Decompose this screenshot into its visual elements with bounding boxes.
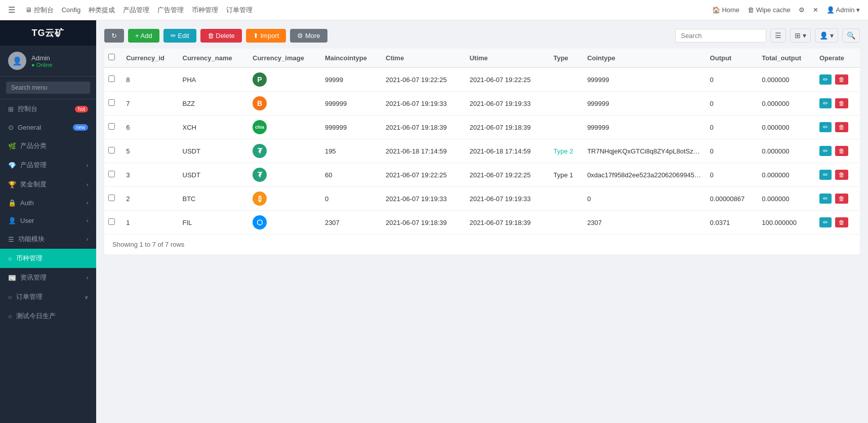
search-input[interactable] [675,29,766,43]
sidebar-item-label: 奖金制度 [20,180,47,189]
cell-utime: 2021-06-07 19:18:39 [466,116,550,139]
nav-product[interactable]: 产品管理 [123,6,149,15]
cell-maincointype: 0 [321,187,382,211]
cell-ctime: 2021-06-07 19:19:33 [382,187,466,211]
chevron-icon: › [87,218,88,223]
delete-row-button[interactable]: 🗑 [835,74,848,85]
cell-maincointype: 99999 [321,67,382,92]
sidebar-item-dashboard[interactable]: ⊞ 控制台 hot [0,99,96,119]
delete-row-button[interactable]: 🗑 [835,194,848,204]
table-row: 1 FIL ⬡ 2307 2021-06-07 19:18:39 2021-06… [104,211,860,235]
cell-checkbox [104,139,122,163]
row-checkbox[interactable] [108,123,115,130]
hot-badge: hot [75,106,88,112]
edit-button[interactable]: ✏ Edit [163,29,196,43]
table-header-row: Currency_id Currency_name Currency_image… [104,49,860,67]
sidebar-item-label: 币种管理 [16,254,43,263]
cell-total-output: 0.000000 [758,67,815,92]
delete-row-button[interactable]: 🗑 [835,170,848,180]
nav-close[interactable]: ✕ [813,6,818,14]
cell-total-output: 0.000000 [758,139,815,163]
row-checkbox[interactable] [108,75,115,82]
cell-currency-image: P [249,67,321,92]
toolbar-right: ☰ ⊞ ▾ 👤 ▾ 🔍 [675,28,860,43]
th-type: Type [549,49,583,67]
search-icon-button[interactable]: 🔍 [842,28,860,43]
delete-row-button[interactable]: 🗑 [835,122,848,132]
delete-row-button[interactable]: 🗑 [835,98,848,108]
edit-row-button[interactable]: ✏ [819,74,832,85]
select-all-checkbox[interactable] [108,54,115,60]
table-row: 2 BTC ₿ 0 2021-06-07 19:19:33 2021-06-07… [104,187,860,211]
row-checkbox[interactable] [108,171,115,177]
nav-wipe[interactable]: 🗑 Wipe cache [748,6,791,14]
hamburger-icon[interactable]: ☰ [8,5,15,15]
delete-button[interactable]: 🗑 Delete [200,29,242,43]
add-button[interactable]: + Add [128,29,159,43]
row-checkbox[interactable] [108,99,115,106]
cell-checkbox [104,187,122,211]
cell-type [549,67,583,92]
sidebar-item-label: 产品分类 [20,141,47,150]
cell-operate: ✏ 🗑 [815,116,860,139]
cell-type [549,187,583,211]
edit-row-button[interactable]: ✏ [819,146,832,156]
nav-ad[interactable]: 广告管理 [157,6,184,15]
cell-currency-image: B [249,92,321,116]
cell-currency-name: XCH [179,116,249,139]
table-row: 5 USDT ₮ 195 2021-06-18 17:14:59 2021-06… [104,139,860,163]
cell-ctime: 2021-06-07 19:19:33 [382,92,466,116]
cell-output: 0 [706,163,758,187]
sidebar-item-auth[interactable]: 🔒 Auth › [0,194,96,212]
cell-output: 0.0371 [706,211,758,235]
cell-currency-id: 5 [122,139,178,163]
nav-currency[interactable]: 币种管理 [192,6,218,15]
cell-currency-name: PHA [179,67,249,92]
sidebar-item-general[interactable]: ⊙ General new [0,119,96,136]
sidebar-item-currency[interactable]: ○ 币种管理 [0,249,96,268]
nav-category[interactable]: 种类提成 [89,6,115,15]
cell-utime: 2021-06-07 19:22:25 [466,163,550,187]
edit-row-button[interactable]: ✏ [819,170,832,180]
edit-row-button[interactable]: ✏ [819,194,832,204]
type-link[interactable]: Type 2 [553,147,573,155]
list-view-button[interactable]: ☰ [770,28,786,43]
nav-admin[interactable]: 👤 Admin ▾ [826,6,860,14]
layout: TG云矿 👤 Admin ● Online ⊞ 控制台 hot ⊙ Genera… [0,20,868,423]
import-button[interactable]: ⬆ Import [246,29,286,43]
cell-type: Type 1 [549,163,583,187]
sidebar-item-product-category[interactable]: 🌿 产品分类 [0,136,96,156]
sidebar-menu: ⊞ 控制台 hot ⊙ General new 🌿 产品分类 💎 产品管理 › … [0,99,96,423]
column-settings-button[interactable]: 👤 ▾ [815,28,838,43]
nav-order[interactable]: 订单管理 [226,6,253,15]
leaf-icon: 🌿 [8,142,16,150]
sidebar-item-news[interactable]: 📰 资讯管理 › [0,268,96,287]
sidebar-user-status: ● Online [31,62,53,68]
cell-checkbox [104,163,122,187]
refresh-button[interactable]: ↻ [104,29,124,43]
nav-config[interactable]: Config [62,6,81,14]
sidebar-search[interactable] [0,76,96,99]
row-checkbox[interactable] [108,218,115,225]
grid-view-button[interactable]: ⊞ ▾ [790,28,811,43]
nav-settings[interactable]: ⚙ [799,6,805,14]
sidebar-item-bonus[interactable]: 🏆 奖金制度 › [0,175,96,194]
delete-row-button[interactable]: 🗑 [835,217,848,227]
nav-home[interactable]: 🏠 Home [712,6,739,14]
sidebar-item-user[interactable]: 👤 User › [0,212,96,229]
delete-row-button[interactable]: 🗑 [835,146,848,156]
cell-total-output: 0.000000 [758,116,815,139]
edit-row-button[interactable]: ✏ [819,217,832,227]
edit-row-button[interactable]: ✏ [819,98,832,108]
edit-row-button[interactable]: ✏ [819,122,832,132]
sidebar-item-product-manage[interactable]: 💎 产品管理 › [0,156,96,175]
more-button[interactable]: ⚙ More [290,29,327,43]
sidebar-item-orders[interactable]: ○ 订单管理 ∨ [0,287,96,306]
row-checkbox[interactable] [108,147,115,153]
row-checkbox[interactable] [108,195,115,201]
sidebar-item-modules[interactable]: ☰ 功能模块 › [0,229,96,249]
nav-dashboard[interactable]: 🖥 控制台 [25,6,54,15]
avatar: 👤 [8,52,26,70]
search-menu-input[interactable] [6,82,90,94]
sidebar-item-test[interactable]: ○ 测试今日生产 [0,306,96,326]
